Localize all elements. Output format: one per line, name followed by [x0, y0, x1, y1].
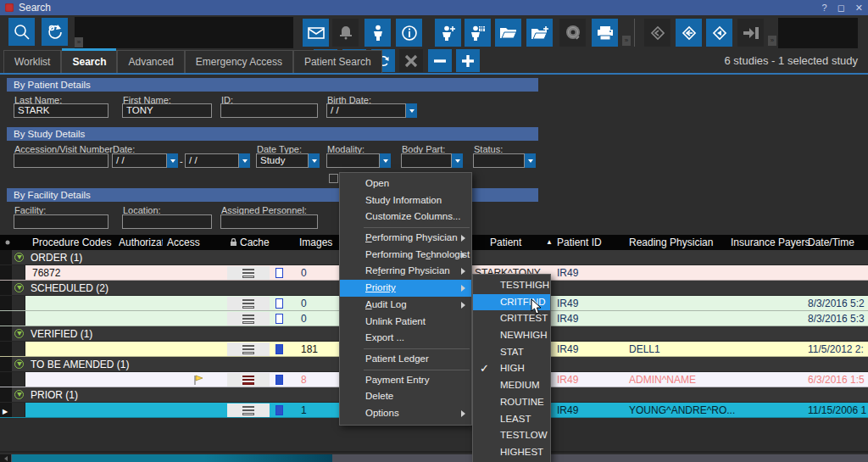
- column-reading-physician[interactable]: Reading Physician: [629, 237, 713, 248]
- tab-worklist[interactable]: Worklist: [3, 50, 61, 73]
- patient-schedule-button[interactable]: [465, 19, 491, 47]
- patient-button[interactable]: [364, 19, 391, 47]
- date-from-input[interactable]: / /: [112, 153, 167, 168]
- import-study-button[interactable]: [737, 19, 764, 47]
- patient-id-input[interactable]: [220, 103, 318, 118]
- birth-date-input[interactable]: / /: [326, 103, 406, 118]
- tab-advanced[interactable]: Advanced: [117, 50, 184, 73]
- menu-item-open[interactable]: Open: [340, 175, 471, 192]
- menu-item-priority[interactable]: Priority: [340, 280, 471, 297]
- facility-input[interactable]: [14, 214, 108, 229]
- date-from-dropdown-button[interactable]: [167, 153, 178, 168]
- birth-date-dropdown-button[interactable]: [406, 103, 417, 118]
- column-patient[interactable]: Patient: [490, 237, 521, 248]
- expand-group-icon[interactable]: [14, 283, 24, 292]
- column-images[interactable]: Images: [299, 237, 332, 248]
- status-select[interactable]: [473, 153, 525, 168]
- maximize-button[interactable]: ◻: [837, 3, 845, 14]
- toolbar-overflow-icon[interactable]: »: [622, 36, 631, 46]
- date-time-cell: 11/15/2006 1: [808, 403, 868, 418]
- location-input[interactable]: [122, 214, 212, 229]
- tab-search[interactable]: Search: [61, 50, 117, 73]
- info-button[interactable]: [396, 19, 422, 47]
- scroll-left-button[interactable]: [0, 454, 11, 462]
- tab-emergency-access[interactable]: Emergency Access: [185, 50, 293, 73]
- body-part-dropdown-button[interactable]: [452, 153, 463, 168]
- grid-corner-icon[interactable]: [4, 239, 11, 246]
- menu-item-options[interactable]: Options: [340, 405, 471, 422]
- open-folder-button[interactable]: [495, 19, 521, 47]
- plus-button[interactable]: [456, 49, 480, 72]
- menu-item-study-information[interactable]: Study Information: [340, 192, 471, 209]
- menu-item-unlink-patient[interactable]: Unlink Patient: [340, 314, 471, 331]
- column-insurance-payers[interactable]: Insurance Payers: [731, 237, 810, 248]
- column-access[interactable]: Access: [167, 237, 200, 248]
- horizontal-scrollbar[interactable]: [0, 454, 868, 462]
- burn-cd-icon: [565, 25, 581, 42]
- menu-item-label: Payment Entry: [365, 375, 429, 385]
- reset-search-button[interactable]: [42, 18, 68, 46]
- accession-input[interactable]: [14, 153, 108, 168]
- body-part-select[interactable]: [401, 153, 452, 168]
- print-button[interactable]: [592, 19, 618, 47]
- expand-group-icon[interactable]: [14, 329, 24, 338]
- last-name-input[interactable]: STARK: [14, 103, 108, 118]
- images-count-cell: 1: [301, 403, 307, 418]
- minus-button[interactable]: [428, 49, 452, 72]
- menu-item-newhigh[interactable]: NEWHIGH: [473, 327, 550, 344]
- menu-item-customize-columns[interactable]: Customize Columns...: [340, 209, 471, 225]
- modality-select[interactable]: [326, 153, 380, 168]
- study-option-checkbox[interactable]: [329, 174, 338, 183]
- status-dropdown-button[interactable]: [525, 153, 536, 168]
- help-button[interactable]: ?: [822, 3, 827, 14]
- date-type-select[interactable]: Study: [256, 153, 309, 168]
- send-study-button[interactable]: [644, 19, 670, 47]
- menu-item-audit-log[interactable]: Audit Log: [340, 297, 471, 314]
- bell-button[interactable]: [332, 19, 359, 47]
- menu-item-export[interactable]: Export ...: [340, 330, 471, 347]
- menu-item-performing-physician[interactable]: Performing Physician: [340, 230, 471, 247]
- modality-dropdown-button[interactable]: [380, 153, 391, 168]
- date-type-dropdown-button[interactable]: [309, 153, 320, 168]
- expand-group-icon[interactable]: [14, 253, 24, 262]
- menu-item-referring-physician[interactable]: Referring Physician: [340, 263, 471, 280]
- mail-button[interactable]: [303, 19, 329, 47]
- send-study-3-button[interactable]: [706, 19, 732, 47]
- menu-item-high[interactable]: ✓HIGH: [473, 360, 550, 377]
- menu-item-stat[interactable]: STAT: [473, 344, 550, 361]
- toolbar-overflow-icon[interactable]: »: [768, 36, 776, 46]
- column-date-time[interactable]: Date/Time: [808, 237, 854, 248]
- burn-cd-button[interactable]: [559, 19, 586, 47]
- menu-item-delete[interactable]: Delete: [340, 388, 471, 405]
- date-to-dropdown-button[interactable]: [239, 153, 250, 168]
- menu-item-least[interactable]: LEAST: [473, 411, 550, 428]
- menu-item-highest[interactable]: HIGHEST: [473, 444, 550, 461]
- search-button[interactable]: [8, 18, 35, 46]
- expand-group-icon[interactable]: [14, 390, 24, 399]
- menu-item-patient-ledger[interactable]: Patient Ledger: [340, 351, 471, 368]
- open-folder-new-button[interactable]: [526, 19, 553, 47]
- toolbar-overflow-icon[interactable]: »: [75, 37, 83, 47]
- menu-item-testhigh[interactable]: TESTHIGH: [473, 277, 550, 294]
- date-to-input[interactable]: / /: [185, 153, 239, 168]
- menu-item-label: NEWHIGH: [500, 330, 548, 340]
- send-study-2-button[interactable]: [676, 19, 702, 47]
- scrollbar-thumb[interactable]: [12, 454, 332, 462]
- column-procedure-codes[interactable]: Procedure Codes: [32, 237, 111, 248]
- assigned-personnel-input[interactable]: [220, 214, 318, 229]
- expand-group-icon[interactable]: [14, 359, 24, 369]
- menu-item-testlow[interactable]: TESTLOW: [473, 427, 550, 444]
- column-authorization[interactable]: Authorizati: [119, 237, 163, 248]
- menu-item-medium[interactable]: MEDIUM: [473, 377, 550, 394]
- column-cache[interactable]: Cache: [240, 237, 270, 248]
- menu-item-performing-technologist[interactable]: Performing Technologist: [340, 247, 471, 264]
- add-patient-button[interactable]: [435, 19, 461, 47]
- column-patient-id[interactable]: Patient ID: [557, 237, 602, 248]
- menu-item-routine[interactable]: ROUTINE: [473, 394, 550, 411]
- first-name-input[interactable]: TONY: [122, 103, 212, 118]
- reset-search-icon: [46, 23, 64, 42]
- close-button[interactable]: ✕: [855, 3, 863, 14]
- tab-patient-search[interactable]: Patient Search: [293, 50, 382, 73]
- clear-x-button[interactable]: [399, 49, 423, 72]
- menu-item-payment-entry[interactable]: Payment Entry: [340, 372, 471, 389]
